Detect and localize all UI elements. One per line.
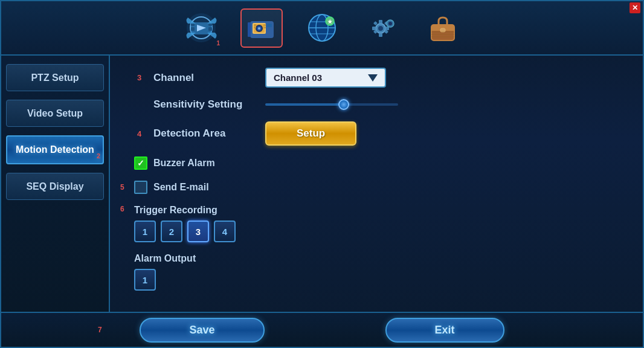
svg-rect-30 [372, 27, 376, 30]
trigger-ch2-button[interactable]: 2 [161, 221, 182, 242]
film-icon [185, 11, 218, 45]
section-number-3: 3 [137, 73, 144, 82]
sidebar-number-2: 2 [97, 152, 100, 160]
dropdown-arrow-icon [368, 74, 378, 82]
nav-settings-icon[interactable] [361, 8, 404, 48]
trigger-recording-section: 6 Trigger Recording 1 2 3 4 [125, 205, 628, 242]
nav-storage-icon[interactable] [422, 8, 464, 48]
trigger-ch1-button[interactable]: 1 [134, 221, 156, 242]
camera-icon [245, 11, 279, 45]
trigger-ch3-button[interactable]: 3 [187, 221, 209, 242]
sensitivity-slider[interactable] [265, 103, 628, 106]
sensitivity-label: Sensitivity Setting [153, 98, 256, 111]
save-button[interactable]: Save [140, 318, 264, 343]
alarm-ch1-button[interactable]: 1 [134, 269, 156, 291]
channel-dropdown[interactable]: Channel 03 [265, 68, 386, 88]
svg-rect-18 [248, 22, 251, 37]
channel-value: Channel 03 [274, 72, 363, 83]
buzzer-alarm-checkbox[interactable]: ✓ [134, 156, 147, 170]
main-window: ✕ 1 [0, 0, 644, 348]
bottom-number-7: 7 [98, 326, 102, 334]
sidebar-item-ptz-setup[interactable]: PTZ Setup [6, 64, 104, 91]
nav-recording-icon[interactable]: 1 [180, 8, 222, 48]
svg-rect-29 [379, 33, 382, 37]
svg-rect-28 [379, 20, 382, 24]
check-icon: ✓ [137, 158, 144, 168]
nav-network-icon[interactable]: ★ [301, 8, 343, 48]
svg-rect-6 [208, 27, 212, 31]
channel-label: Channel [153, 72, 256, 84]
sidebar-item-seq-display[interactable]: SEQ Display [6, 173, 104, 200]
svg-rect-14 [254, 24, 256, 26]
slider-track [265, 103, 398, 106]
sensitivity-row: Sensitivity Setting [137, 98, 628, 111]
sidebar-item-video-setup[interactable]: Video Setup [6, 100, 104, 127]
svg-rect-17 [263, 27, 266, 28]
nav-camera-icon[interactable] [240, 8, 283, 48]
gear-icon [366, 11, 399, 45]
trigger-ch4-button[interactable]: 4 [214, 221, 236, 242]
section-number-4: 4 [137, 129, 144, 138]
main-panel: 3 Channel Channel 03 Sensitivity Setting [110, 56, 643, 312]
sidebar: PTZ Setup Video Setup Motion Detection 2… [1, 56, 110, 312]
trigger-channel-buttons: 1 2 3 4 [134, 221, 628, 242]
svg-rect-16 [263, 24, 266, 26]
svg-point-27 [378, 26, 383, 31]
svg-rect-4 [191, 27, 195, 31]
section-number-6: 6 [120, 205, 124, 213]
top-navigation: 1 [1, 1, 643, 56]
svg-point-12 [258, 27, 260, 30]
send-email-row: 5 Send E-mail [125, 181, 628, 194]
send-email-checkbox[interactable] [134, 181, 147, 194]
section-number-5: 5 [120, 183, 124, 192]
bottom-bar: 7 Save Exit [1, 312, 643, 347]
storage-icon [427, 11, 460, 45]
close-button[interactable]: ✕ [630, 2, 640, 13]
channel-row: 3 Channel Channel 03 [137, 68, 628, 88]
alarm-output-section: Alarm Output 1 [125, 253, 628, 291]
detection-area-label: Detection Area [153, 127, 256, 140]
buzzer-alarm-row: ✓ Buzzer Alarm [125, 156, 628, 170]
svg-point-37 [388, 22, 392, 25]
detection-area-row: 4 Detection Area Setup [137, 121, 628, 146]
svg-rect-13 [267, 24, 272, 27]
content-area: PTZ Setup Video Setup Motion Detection 2… [1, 56, 643, 312]
sidebar-item-motion-detection[interactable]: Motion Detection 2 [6, 135, 104, 164]
exit-button[interactable]: Exit [385, 318, 504, 343]
svg-rect-40 [440, 28, 445, 32]
svg-rect-15 [254, 27, 256, 28]
slider-thumb[interactable] [338, 99, 349, 110]
send-email-label: Send E-mail [153, 182, 209, 193]
alarm-output-buttons: 1 [134, 269, 628, 291]
trigger-recording-label: Trigger Recording [134, 205, 628, 216]
alarm-output-label: Alarm Output [134, 253, 628, 264]
setup-button[interactable]: Setup [265, 121, 356, 146]
nav-number-1: 1 [216, 40, 220, 47]
globe-icon: ★ [306, 11, 339, 45]
svg-text:★: ★ [327, 19, 333, 25]
buzzer-alarm-label: Buzzer Alarm [153, 158, 215, 169]
